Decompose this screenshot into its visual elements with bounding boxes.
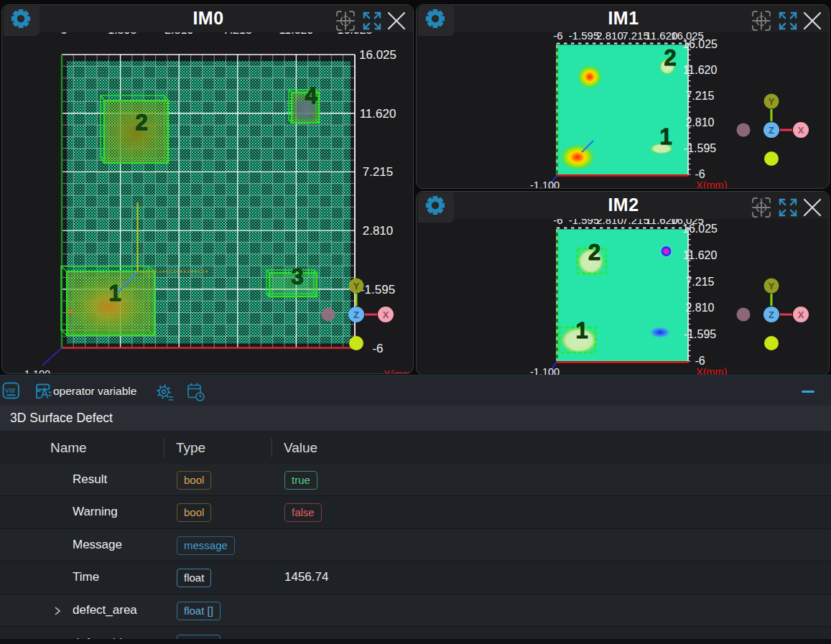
svg-text:7.215: 7.215 — [685, 276, 714, 288]
svg-text:Y: Y — [769, 96, 775, 107]
svg-text:16.025: 16.025 — [682, 38, 718, 50]
svg-text:X(mm): X(mm) — [696, 179, 728, 189]
svg-text:X: X — [383, 309, 389, 320]
svg-text:-1.595: -1.595 — [684, 142, 716, 154]
svg-text:1: 1 — [575, 318, 588, 343]
svg-text:1: 1 — [108, 281, 121, 306]
svg-text:2: 2 — [588, 240, 600, 265]
svg-text:Z: Z — [353, 309, 359, 320]
svg-text:Y: Y — [769, 281, 775, 291]
svg-text:X: X — [798, 125, 804, 136]
svg-text:11.620: 11.620 — [683, 64, 718, 76]
svg-text:3: 3 — [291, 264, 303, 289]
svg-text:-1.595: -1.595 — [361, 283, 395, 297]
svg-text:11.620: 11.620 — [360, 107, 396, 121]
svg-text:X(mm): X(mm) — [384, 368, 414, 374]
svg-text:Z: Z — [769, 309, 774, 320]
svg-text:X: X — [798, 309, 804, 320]
svg-text:-1.100: -1.100 — [21, 368, 50, 374]
svg-text:7.215: 7.215 — [685, 90, 714, 102]
svg-text:Z: Z — [769, 125, 774, 136]
svg-text:-1.100: -1.100 — [530, 179, 560, 189]
svg-text:-6: -6 — [372, 342, 383, 355]
svg-text:2: 2 — [135, 110, 147, 135]
svg-text:-1.595: -1.595 — [684, 328, 716, 340]
svg-text:2: 2 — [664, 45, 676, 70]
svg-text:-6: -6 — [695, 355, 705, 367]
svg-text:11.620: 11.620 — [683, 249, 718, 261]
svg-text:4: 4 — [305, 83, 317, 108]
svg-text:16.025: 16.025 — [359, 48, 396, 62]
svg-text:Y: Y — [353, 281, 360, 291]
svg-text:2.810: 2.810 — [685, 302, 714, 314]
svg-text:var: var — [5, 386, 16, 394]
svg-text:-6: -6 — [695, 168, 705, 180]
svg-text:7.215: 7.215 — [363, 165, 394, 179]
svg-text:2.810: 2.810 — [685, 116, 714, 129]
svg-text:1: 1 — [659, 124, 672, 149]
svg-text:2.810: 2.810 — [363, 224, 394, 238]
